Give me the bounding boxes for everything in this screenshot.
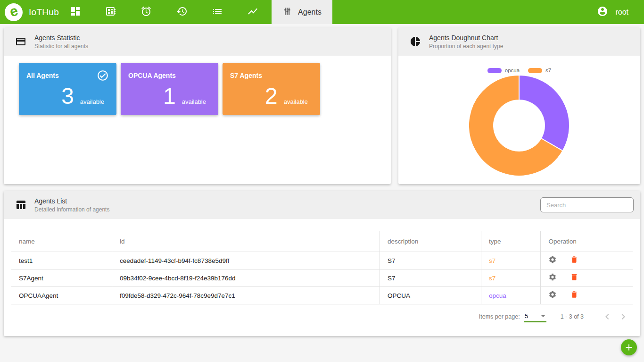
top-navbar: e IoTHub Agents root: [0, 0, 644, 24]
dashboard-icon: [70, 6, 81, 19]
items-per-page-label: Items per page:: [479, 313, 520, 320]
agents-statistic-subtitle: Statistic for all agents: [34, 43, 88, 50]
table-row: OPCUAAgentf09fde58-d329-472c-964f-78c9e9…: [11, 287, 633, 304]
history-icon: [176, 6, 188, 19]
column-header-description: description: [380, 231, 481, 252]
alarm-icon: [140, 6, 152, 19]
agents-list-card: Agents List Detailed information of agen…: [4, 191, 640, 336]
page-range-label: 1 - 3 of 3: [561, 313, 584, 320]
column-header-name: name: [11, 231, 112, 252]
table-header-row: nameiddescriptiontypeOperation: [11, 231, 633, 252]
agents-list-header: Agents List Detailed information of agen…: [4, 191, 640, 219]
account-circle-icon: [597, 6, 608, 19]
stat-tile-value: 3: [61, 85, 74, 108]
app-logo[interactable]: e IoTHub: [5, 0, 59, 24]
history-nav-button[interactable]: [176, 7, 188, 18]
agents-statistic-header: Agents Statistic Statistic for all agent…: [4, 27, 391, 56]
agents-doughnut-card: Agents Doughnut Chart Proportion of each…: [398, 27, 640, 184]
agents-doughnut-title: Agents Doughnut Chart: [429, 34, 503, 42]
cell-id: 09b34f02-9cee-4bcd-8f19-f24e39b176dd: [112, 269, 380, 287]
cell-description: S7: [380, 252, 481, 269]
edit-agent-button[interactable]: [548, 291, 557, 299]
pie-chart-icon: [410, 36, 421, 47]
cell-type: s7: [481, 269, 541, 287]
app-title: IoTHub: [29, 7, 59, 17]
stat-tile-unit: available: [182, 98, 206, 105]
trash-icon: [570, 255, 578, 265]
user-menu[interactable]: root: [597, 0, 628, 24]
credit-card-icon: [15, 36, 26, 47]
tab-agents-label: Agents: [298, 8, 322, 17]
agents-list-subtitle: Detailed information of agents: [34, 206, 109, 213]
search-input[interactable]: [540, 197, 634, 212]
cell-type: s7: [481, 252, 541, 269]
column-header-operation: Operation: [541, 231, 633, 252]
caret-down-icon: [541, 315, 545, 317]
navbar-icon-group: [70, 0, 258, 24]
previous-page-button[interactable]: [602, 311, 613, 322]
stat-tile-unit: available: [80, 98, 104, 105]
cell-id: ceedadef-1149-43cf-b94f-fc8738e5d9ff: [112, 252, 380, 269]
developer-board-nav-button[interactable]: [105, 7, 116, 18]
stat-tile-s7-agents: S7 Agents2available: [223, 63, 320, 115]
edit-agent-button[interactable]: [548, 273, 557, 282]
column-header-id: id: [112, 231, 380, 252]
list-icon: [212, 6, 223, 19]
agents-doughnut-subtitle: Proportion of each agent type: [429, 43, 503, 50]
delete-agent-button[interactable]: [570, 273, 578, 282]
agents-doughnut-header: Agents Doughnut Chart Proportion of each…: [398, 27, 640, 56]
trash-icon: [570, 290, 578, 300]
cell-id: f09fde58-d329-472c-964f-78c9e9d7e7c1: [112, 287, 380, 304]
chart-icon: [247, 6, 258, 19]
doughnut-slice-opcua: [519, 75, 570, 151]
developer-board-icon: [105, 6, 116, 19]
edit-agent-button[interactable]: [548, 256, 557, 264]
stat-tile-all-agents: All Agents3available: [19, 63, 116, 115]
logo-icon: e: [5, 3, 23, 21]
agents-table: nameiddescriptiontypeOperationtest1ceeda…: [11, 231, 633, 304]
alarm-nav-button[interactable]: [140, 7, 152, 18]
column-header-type: type: [481, 231, 541, 252]
dashboard-nav-button[interactable]: [70, 7, 81, 18]
items-per-page-select[interactable]: 5: [524, 312, 546, 321]
cell-description: OPCUA: [380, 287, 481, 304]
check-circle-icon: [97, 69, 109, 84]
paginator: Items per page: 5 1 - 3 of 3: [4, 311, 629, 322]
stat-tile-label: All Agents: [26, 69, 59, 79]
chart-nav-button[interactable]: [247, 7, 258, 18]
user-name: root: [615, 8, 628, 17]
cell-operation: [541, 269, 633, 287]
stat-tile-opcua-agents: OPCUA Agents1available: [121, 63, 218, 115]
stat-tile-label: S7 Agents: [230, 69, 262, 79]
stat-tile-label: OPCUA Agents: [128, 69, 176, 79]
cell-name: S7Agent: [11, 269, 112, 287]
cell-operation: [541, 287, 633, 304]
tab-agents[interactable]: Agents: [272, 0, 332, 24]
stat-tiles: All Agents3availableOPCUA Agents1availab…: [19, 63, 391, 115]
cell-name: OPCUAAgent: [11, 287, 112, 304]
list-nav-button[interactable]: [212, 7, 223, 18]
add-agent-button[interactable]: [621, 339, 637, 355]
next-page-button[interactable]: [618, 311, 629, 322]
trash-icon: [570, 273, 578, 283]
items-per-page-value: 5: [525, 312, 528, 320]
sliders-icon: [282, 7, 292, 18]
delete-agent-button[interactable]: [570, 256, 578, 264]
cell-name: test1: [11, 252, 112, 269]
cell-description: S7: [380, 269, 481, 287]
table-row: test1ceedadef-1149-43cf-b94f-fc8738e5d9f…: [11, 252, 633, 269]
agents-list-title: Agents List: [34, 197, 109, 205]
gear-icon: [548, 290, 557, 300]
logo-letter: e: [8, 3, 19, 19]
gear-icon: [548, 255, 557, 265]
doughnut-chart: [462, 69, 576, 182]
delete-agent-button[interactable]: [570, 291, 578, 299]
table-row: S7Agent09b34f02-9cee-4bcd-8f19-f24e39b17…: [11, 269, 633, 287]
cell-type: opcua: [481, 287, 541, 304]
stat-tile-value: 2: [265, 85, 278, 108]
table-icon: [15, 199, 26, 210]
agents-statistic-title: Agents Statistic: [34, 34, 88, 42]
cell-operation: [541, 252, 633, 269]
gear-icon: [548, 273, 557, 283]
stat-tile-unit: available: [284, 98, 308, 105]
